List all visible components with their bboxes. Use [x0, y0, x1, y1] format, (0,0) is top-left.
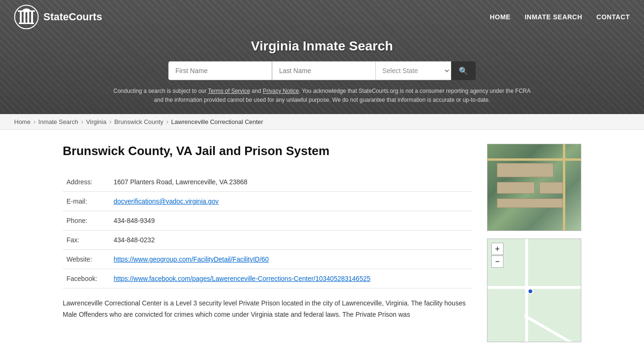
email-value: docverifications@vadoc.virginia.gov — [110, 192, 473, 211]
breadcrumb-inmate-search[interactable]: Inmate Search — [38, 118, 78, 125]
photo-building-4 — [497, 198, 563, 208]
table-row: Address: 1607 Planters Road, Lawrencevil… — [63, 173, 473, 192]
facility-info-table: Address: 1607 Planters Road, Lawrencevil… — [63, 173, 473, 288]
website-link[interactable]: https://www.geogroup.com/FacilityDetail/… — [114, 255, 269, 263]
nav-contact[interactable]: CONTACT — [596, 13, 630, 21]
map-road-horizontal — [487, 286, 581, 289]
breadcrumb: Home Inmate Search Virginia Brunswick Co… — [0, 114, 644, 130]
facility-description: Lawrenceville Correctional Center is a L… — [63, 298, 473, 321]
svg-rect-3 — [20, 12, 22, 23]
nav-links: HOME INMATE SEARCH CONTACT — [490, 13, 630, 21]
last-name-input[interactable] — [272, 61, 376, 80]
disclaimer-between: and — [250, 88, 263, 94]
facility-map: + − — [487, 239, 581, 342]
table-row: Website: https://www.geogroup.com/Facili… — [63, 250, 473, 269]
fax-value: 434-848-0232 — [110, 230, 473, 250]
svg-rect-4 — [24, 12, 25, 23]
breadcrumb-sep-1 — [33, 118, 36, 125]
table-row: Facebook: https://www.facebook.com/pages… — [63, 269, 473, 288]
facility-title: Brunswick County, VA Jail and Prison Sys… — [63, 144, 473, 158]
disclaimer-before-tos: Conducting a search is subject to our — [114, 88, 208, 94]
map-zoom-in-button[interactable]: + — [491, 243, 504, 255]
search-bar: Select State Alabama Alaska Virginia 🔍 — [9, 61, 635, 80]
svg-point-7 — [23, 8, 30, 12]
hero-section: Virginia Inmate Search Select State Alab… — [0, 34, 644, 114]
logo-icon — [14, 5, 39, 29]
breadcrumb-sep-2 — [81, 118, 83, 125]
site-logo[interactable]: StateCourts — [14, 5, 102, 29]
photo-building-1 — [497, 163, 553, 177]
disclaimer-text: Conducting a search is subject to our Te… — [110, 87, 534, 105]
content-left: Brunswick County, VA Jail and Prison Sys… — [63, 144, 473, 342]
state-select[interactable]: Select State Alabama Alaska Virginia — [376, 61, 451, 80]
email-link[interactable]: docverifications@vadoc.virginia.gov — [114, 197, 219, 205]
photo-road-1 — [487, 158, 581, 161]
breadcrumb-home[interactable]: Home — [14, 118, 31, 125]
logo-text: StateCourts — [43, 11, 102, 23]
terms-of-service-link[interactable]: Terms of Service — [208, 88, 250, 94]
email-label: E-mail: — [63, 192, 110, 211]
first-name-input[interactable] — [168, 61, 272, 80]
top-nav: StateCourts HOME INMATE SEARCH CONTACT — [0, 0, 644, 34]
map-zoom-out-button[interactable]: − — [491, 255, 504, 268]
facebook-link[interactable]: https://www.facebook.com/pages/Lawerence… — [114, 275, 371, 282]
photo-building-3 — [539, 182, 563, 194]
table-row: E-mail: docverifications@vadoc.virginia.… — [63, 192, 473, 211]
facility-photo — [487, 144, 581, 231]
facebook-label: Facebook: — [63, 269, 110, 288]
search-button[interactable]: 🔍 — [451, 61, 476, 80]
map-controls: + − — [491, 243, 504, 268]
address-value: 1607 Planters Road, Lawrenceville, VA 23… — [110, 173, 473, 192]
breadcrumb-sep-3 — [109, 118, 112, 125]
facility-photo-inner — [487, 144, 581, 230]
photo-road-2 — [563, 144, 565, 231]
website-label: Website: — [63, 250, 110, 269]
svg-rect-5 — [27, 12, 29, 23]
hero-title: Virginia Inmate Search — [9, 39, 635, 54]
photo-building-2 — [497, 182, 535, 194]
breadcrumb-current: Lawrenceville Correctional Center — [171, 118, 263, 125]
address-label: Address: — [63, 173, 110, 192]
main-content: Brunswick County, VA Jail and Prison Sys… — [44, 130, 600, 356]
phone-label: Phone: — [63, 211, 110, 230]
table-row: Fax: 434-848-0232 — [63, 230, 473, 250]
phone-value: 434-848-9349 — [110, 211, 473, 230]
site-header: StateCourts HOME INMATE SEARCH CONTACT V… — [0, 0, 644, 114]
privacy-notice-link[interactable]: Privacy Notice — [263, 88, 299, 94]
breadcrumb-brunswick-county[interactable]: Brunswick County — [114, 118, 163, 125]
content-right: + − — [487, 144, 581, 342]
breadcrumb-virginia[interactable]: Virginia — [86, 118, 107, 125]
svg-rect-1 — [19, 23, 34, 24]
facebook-value: https://www.facebook.com/pages/Lawerence… — [110, 269, 473, 288]
table-row: Phone: 434-848-9349 — [63, 211, 473, 230]
nav-home[interactable]: HOME — [490, 13, 511, 21]
svg-rect-6 — [31, 12, 33, 23]
website-value: https://www.geogroup.com/FacilityDetail/… — [110, 250, 473, 269]
fax-label: Fax: — [63, 230, 110, 250]
search-icon: 🔍 — [459, 67, 468, 75]
nav-inmate-search[interactable]: INMATE SEARCH — [525, 13, 582, 21]
breadcrumb-sep-4 — [166, 118, 168, 125]
